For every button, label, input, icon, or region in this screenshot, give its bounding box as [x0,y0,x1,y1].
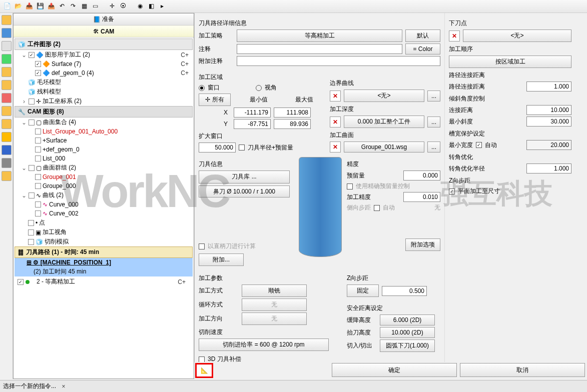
li-2-icon[interactable] [2,28,12,38]
tb-mem-icon[interactable]: ▭ [90,1,100,11]
fixed-button[interactable]: 固定 [347,284,379,297]
op-row[interactable]: 2 - 等高精加工C+ [15,276,193,287]
collapse-icon[interactable]: ⌄ [21,52,27,58]
li-3-icon[interactable] [2,41,12,51]
collapse-icon[interactable]: ⌄ [21,192,27,199]
clear-lead-button[interactable]: ✕ [449,30,460,42]
ok-button[interactable]: 确定 [332,363,457,377]
plus-surface-node[interactable]: +Surface [15,136,193,145]
cam-shapes-section[interactable]: 🔧CAM 图形 (8) [15,106,193,118]
conn-input[interactable] [526,105,571,115]
precision-input[interactable] [403,192,440,202]
checkbox[interactable] [35,138,41,144]
clear-boundary-button[interactable]: ✕ [330,90,341,102]
clear-surface-button[interactable]: ✕ [330,142,341,152]
window-radio[interactable] [199,85,205,91]
list-groupe-node[interactable]: List_Groupe_001_Auto_000 [15,127,193,136]
tb-import-icon[interactable]: 📥 [24,1,34,11]
surface-node[interactable]: 🔶Surface (7)C+ [15,60,193,68]
tb-redo-icon[interactable]: ↷ [68,1,78,11]
depth-browse-button[interactable]: ... [427,116,440,128]
lead-button[interactable]: <无> [463,30,571,42]
checkbox[interactable] [28,230,34,236]
xmin-input[interactable] [234,108,271,118]
checkbox[interactable] [29,98,35,104]
auto-width-checkbox[interactable] [476,142,482,148]
cutsim-node[interactable]: 🧊切削模拟 [15,237,193,246]
comp3d-checkbox[interactable] [199,356,205,362]
prepare-header[interactable]: 📘 准备 [14,14,194,26]
tb-new-icon[interactable]: 📄 [2,1,12,11]
append-button[interactable]: 附加... [199,254,244,266]
curve000-node[interactable]: ∿Curve_000 [15,200,193,209]
boundary-browse-button[interactable]: ... [427,90,440,102]
tb-undo-icon[interactable]: ↶ [57,1,67,11]
tb-grid-icon[interactable]: ▦ [79,1,89,11]
groupe001-node[interactable]: Groupe_001 [15,172,193,182]
depth-button[interactable]: 0.000 加工整个工件 [344,116,424,128]
tb-xy-icon[interactable]: ✛ [107,1,117,11]
status-close-icon[interactable]: × [60,383,67,390]
li-13-icon[interactable] [2,171,12,181]
li-10-icon[interactable] [2,132,12,142]
defgeom-node[interactable]: 🔷def_geom_0 (4)C+ [15,68,193,78]
allowance-input[interactable] [403,170,440,180]
all-button[interactable]: ✢ 所有 [199,94,231,106]
curve002-node[interactable]: ∿Curve_002 [15,209,193,218]
cam-header[interactable]: 🛠 CAM [14,26,194,38]
li-11-icon[interactable] [2,145,12,155]
flat-checkbox[interactable] [449,188,455,194]
surface-browse-button[interactable]: ... [427,142,440,152]
list000-node[interactable]: List_000 [15,154,193,163]
toolpath-section[interactable]: 🛤刀具路径 (1) - 时间: 45 min [15,246,193,258]
ymax-input[interactable] [274,119,311,129]
clear-depth-button[interactable]: ✕ [330,116,341,128]
corner-input[interactable] [526,164,571,174]
view-node[interactable]: ▣加工视角 [15,228,193,237]
zstep-input[interactable] [382,286,427,296]
enlarge-input[interactable] [199,142,236,152]
li-12-icon[interactable] [2,158,12,168]
surfset-node[interactable]: ⌄▢曲面集合 (4) [15,118,193,127]
li-1-icon[interactable] [2,15,12,25]
li-6-icon[interactable] [2,80,12,90]
view-radio[interactable] [256,85,262,91]
groupe000-node[interactable]: Groupe_000 [15,182,193,190]
li-5-icon[interactable] [2,67,12,77]
tb-fit-icon[interactable]: ◉ [135,1,145,11]
residual-node[interactable]: 🧊残料模型 [15,87,193,96]
cut-button[interactable]: 圆弧下刀(1.000) [380,340,435,352]
checkbox[interactable] [35,70,41,76]
tb-axes-icon[interactable]: ⦿ [118,1,128,11]
collapse-icon[interactable]: ⌄ [21,119,27,126]
machine-pos[interactable]: ⊞ ⚙ [MACHINE_POSITION_1] [15,258,193,267]
checkbox[interactable] [18,279,24,285]
shape-node[interactable]: ⌄🔷图形用于加工 (2)C+ [15,50,193,60]
tb-more-icon[interactable]: ▸ [157,1,167,11]
ymin-input[interactable] [234,119,271,129]
extra-comment-input[interactable] [237,56,440,66]
comment-input[interactable] [237,44,402,54]
retract-button[interactable]: 10.000 (2D) [380,327,435,338]
li-4-icon[interactable] [2,54,12,64]
method-button[interactable]: 顺铣 [242,284,307,297]
expand-icon[interactable]: › [21,98,27,105]
tb-export-icon[interactable]: 📤 [46,1,56,11]
surfgroup-node[interactable]: ⌄▢曲面群组 (2) [15,163,193,172]
minslope-input[interactable] [526,116,571,126]
extra-options-button[interactable]: 附加选项 [405,238,440,251]
li-9-icon[interactable] [2,119,12,129]
checkbox[interactable] [35,146,41,152]
checkbox[interactable] [35,210,41,216]
checkbox[interactable] [35,183,41,189]
checkbox[interactable] [35,202,41,208]
checkbox[interactable] [35,128,41,134]
surface-button[interactable]: Groupe_001.wsg [344,142,424,152]
order-button[interactable]: 按区域加工 [449,56,571,68]
checkbox[interactable] [35,174,41,180]
li-7-icon[interactable] [2,93,12,103]
tb-save-icon[interactable]: 💾 [35,1,45,11]
checkbox[interactable] [29,165,35,171]
curves-node[interactable]: ⌄∿曲线 (2) [15,190,193,200]
xmax-input[interactable] [274,108,311,118]
